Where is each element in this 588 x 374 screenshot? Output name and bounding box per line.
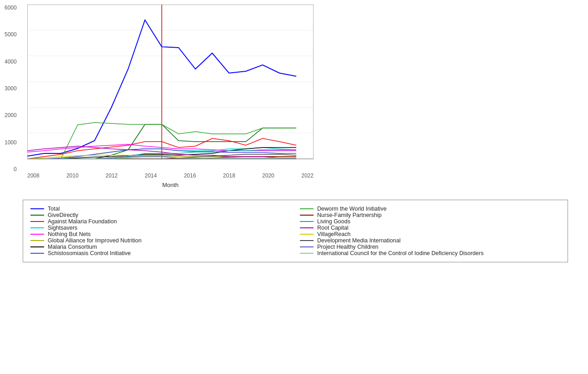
legend-item-iccidd: International Council for the Control of… xyxy=(300,250,560,256)
y-tick-4000: 4000 xyxy=(5,59,17,65)
x-axis-title: Month xyxy=(27,182,314,188)
legend-line-villagereach xyxy=(300,234,314,235)
legend-line-deworm xyxy=(300,208,314,209)
legend-item-living-goods: Living Goods xyxy=(300,218,560,225)
legend-label-sci: Schistosomiasis Control Initiative xyxy=(48,250,131,256)
y-tick-5000: 5000 xyxy=(5,31,17,38)
x-tick-2008: 2008 xyxy=(27,172,40,179)
legend-item-sightsavers: Sightsavers xyxy=(30,225,291,231)
x-tick-2014: 2014 xyxy=(145,172,157,179)
legend-item-amf: Against Malaria Foundation xyxy=(30,218,291,225)
legend-col-left: Total GiveDirectly Against Malaria Found… xyxy=(30,206,291,256)
legend-item-nfp: Nurse-Family Partnership xyxy=(300,212,560,218)
y-tick-2000: 2000 xyxy=(5,112,17,118)
legend-line-root-capital xyxy=(300,227,314,228)
legend-label-total: Total xyxy=(48,206,60,212)
x-axis-labels: 2008 2010 2012 2014 2016 2018 2020 2022 xyxy=(27,172,314,179)
legend-line-iccidd xyxy=(300,253,314,254)
legend-line-sci xyxy=(30,253,44,254)
legend-col-right: Deworm the World Initiative Nurse-Family… xyxy=(300,206,560,256)
y-tick-0: 0 xyxy=(14,166,17,172)
legend-item-phc: Project Healthy Children xyxy=(300,244,560,250)
y-tick-3000: 3000 xyxy=(5,85,17,92)
y-axis-labels: 6000 5000 4000 3000 2000 1000 0 xyxy=(5,5,17,172)
legend-label-living-goods: Living Goods xyxy=(317,218,350,225)
legend-label-nbn: Nothing But Nets xyxy=(48,231,91,237)
chart-container: 6000 5000 4000 3000 2000 1000 0 xyxy=(0,0,588,374)
legend-item-sci: Schistosomiasis Control Initiative xyxy=(30,250,291,256)
legend-line-nbn xyxy=(30,234,44,235)
y-tick-6000: 6000 xyxy=(5,5,17,11)
chart-svg xyxy=(27,5,314,172)
legend-label-deworm: Deworm the World Initiative xyxy=(317,206,387,212)
legend-item-gain: Global Alliance for Improved Nutrition xyxy=(30,237,291,244)
legend-line-total xyxy=(30,208,44,209)
legend-label-givedirectly: GiveDirectly xyxy=(48,212,78,218)
legend-item-nbn: Nothing But Nets xyxy=(30,231,291,237)
legend-label-nfp: Nurse-Family Partnership xyxy=(317,212,382,218)
legend-label-iccidd: International Council for the Control of… xyxy=(317,250,483,256)
x-tick-2010: 2010 xyxy=(66,172,79,179)
legend-line-amf xyxy=(30,221,44,222)
legend-label-villagereach: VillageReach xyxy=(317,231,350,237)
legend-item-total: Total xyxy=(30,206,291,212)
legend-line-living-goods xyxy=(300,221,314,222)
legend-item-dmi: Development Media International xyxy=(300,237,560,244)
legend-line-givedirectly xyxy=(30,215,44,216)
legend-item-givedirectly: GiveDirectly xyxy=(30,212,291,218)
x-tick-2018: 2018 xyxy=(223,172,235,179)
legend-line-phc xyxy=(300,246,314,247)
legend-box: Total GiveDirectly Against Malaria Found… xyxy=(23,200,568,262)
legend-label-amf: Against Malaria Foundation xyxy=(48,218,117,225)
legend-line-gain xyxy=(30,240,44,241)
legend-item-root-capital: Root Capital xyxy=(300,225,560,231)
y-tick-1000: 1000 xyxy=(5,139,17,146)
legend-label-root-capital: Root Capital xyxy=(317,225,349,231)
legend-label-phc: Project Healthy Children xyxy=(317,244,379,250)
x-tick-2016: 2016 xyxy=(184,172,196,179)
legend-line-dmi xyxy=(300,240,314,241)
legend-label-malaria-consortium: Malaria Consortium xyxy=(48,244,97,250)
legend-item-villagereach: VillageReach xyxy=(300,231,560,237)
legend-line-sightsavers xyxy=(30,227,44,228)
legend-line-nfp xyxy=(300,215,314,216)
legend-label-sightsavers: Sightsavers xyxy=(48,225,77,231)
chart-area xyxy=(27,5,314,172)
legend-label-dmi: Development Media International xyxy=(317,237,400,244)
x-tick-2020: 2020 xyxy=(262,172,274,179)
legend-line-malaria-consortium xyxy=(30,246,44,247)
x-tick-2012: 2012 xyxy=(105,172,118,179)
x-tick-2022: 2022 xyxy=(301,172,314,179)
legend-item-malaria-consortium: Malaria Consortium xyxy=(30,244,291,250)
legend-item-deworm: Deworm the World Initiative xyxy=(300,206,560,212)
legend-label-gain: Global Alliance for Improved Nutrition xyxy=(48,237,141,244)
